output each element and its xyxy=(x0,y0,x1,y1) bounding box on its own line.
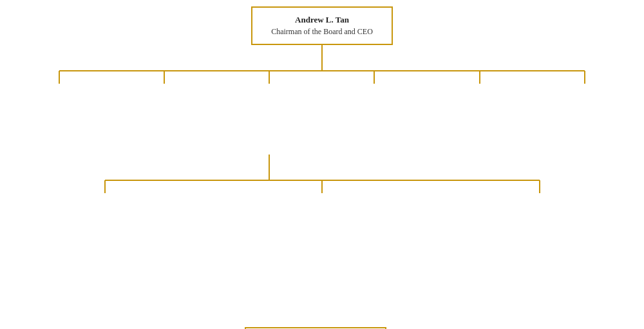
ceo-box: Andrew L. Tan Chairman of the Board and … xyxy=(251,6,393,45)
ceo-title: Chairman of the Board and CEO xyxy=(271,27,373,37)
page-root: Andrew L. Tan Chairman of the Board and … xyxy=(0,322,644,329)
org-chart: Andrew L. Tan Chairman of the Board and … xyxy=(0,0,644,322)
level0: Andrew L. Tan Chairman of the Board and … xyxy=(6,6,638,45)
all-connectors-svg xyxy=(6,45,638,315)
chart-wrapper: Andrew L. Tan Chairman of the Board and … xyxy=(6,6,638,315)
ceo-name: Andrew L. Tan xyxy=(295,15,349,26)
